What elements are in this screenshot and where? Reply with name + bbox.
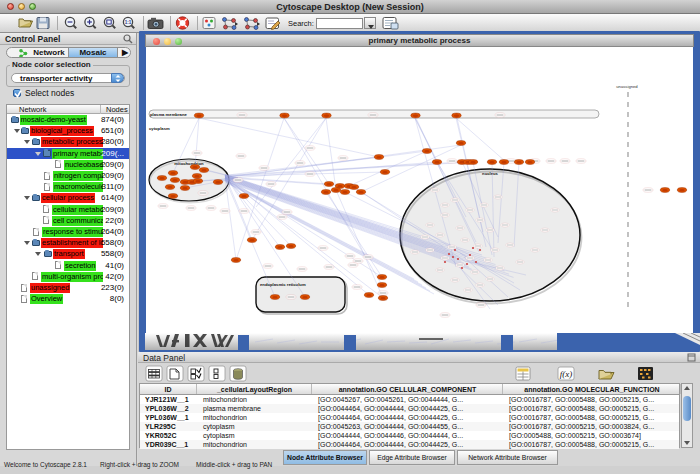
svg-text:1:1: 1:1 xyxy=(125,20,132,25)
svg-text:plasma membrane: plasma membrane xyxy=(150,112,187,117)
svg-text:f(x): f(x) xyxy=(560,369,573,379)
svg-text:cytoplasm: cytoplasm xyxy=(149,126,170,131)
svg-text:Search:: Search: xyxy=(288,19,314,28)
svg-text:mitochondrion: mitochondrion xyxy=(174,161,204,166)
svg-text:nucleus: nucleus xyxy=(482,171,498,176)
svg-text:endoplasmic reticulum: endoplasmic reticulum xyxy=(260,282,306,287)
svg-text:unassigned: unassigned xyxy=(616,84,638,89)
